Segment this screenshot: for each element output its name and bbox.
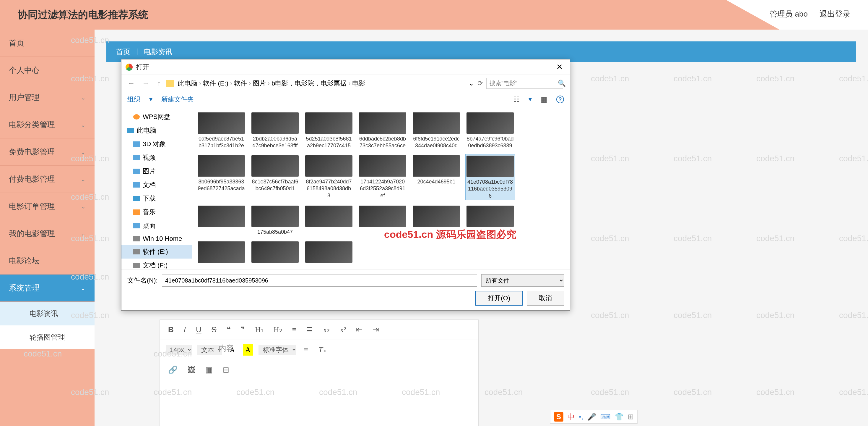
- editor-textarea[interactable]: [160, 380, 478, 426]
- underline-button[interactable]: U: [193, 324, 204, 336]
- h2-button[interactable]: H₂: [271, 324, 284, 336]
- up-button[interactable]: ↑: [155, 79, 162, 88]
- file-item[interactable]: [304, 204, 354, 236]
- indent-button[interactable]: ⇥: [370, 324, 381, 336]
- tree-drive-e[interactable]: 软件 (E:): [121, 245, 192, 259]
- file-item[interactable]: 8b74a7e9fc96f0bad0edbd63893c6339: [465, 111, 515, 150]
- sidebar-item-home[interactable]: 首页: [0, 30, 95, 57]
- file-item[interactable]: [304, 240, 354, 264]
- cancel-button[interactable]: 取消: [527, 291, 564, 306]
- sidebar-item-category[interactable]: 电影分类管理⌄: [0, 111, 95, 138]
- video-button[interactable]: ▦: [203, 364, 215, 376]
- italic-button[interactable]: I: [181, 324, 188, 336]
- bold-button[interactable]: B: [166, 324, 176, 336]
- open-button[interactable]: 打开(O): [475, 291, 523, 306]
- file-item[interactable]: 20c4e4d4695b1: [411, 154, 461, 200]
- link-button[interactable]: 🔗: [166, 364, 180, 376]
- sidebar-item-profile[interactable]: 个人中心: [0, 57, 95, 84]
- file-item[interactable]: [411, 204, 461, 236]
- align-button[interactable]: ≡: [302, 344, 311, 356]
- sidebar-item-orders[interactable]: 电影订单管理⌄: [0, 193, 95, 220]
- tree-downloads[interactable]: 下载: [121, 192, 192, 205]
- search-icon[interactable]: 🔍: [558, 80, 566, 87]
- forward-button[interactable]: →: [140, 79, 152, 88]
- sidebar-sub-news[interactable]: 电影资讯: [0, 302, 95, 325]
- newfolder-button[interactable]: 新建文件夹: [161, 95, 194, 104]
- ime-mic-icon[interactable]: 🎤: [587, 413, 596, 421]
- tab-home[interactable]: 首页: [116, 45, 130, 58]
- organize-button[interactable]: 组织: [127, 95, 140, 104]
- logout-link[interactable]: 退出登录: [819, 9, 850, 19]
- help-icon[interactable]: ?: [556, 95, 564, 103]
- quote2-button[interactable]: ❞: [239, 324, 247, 336]
- file-item[interactable]: 8f2ae9477b240dd76158498a08d38db8: [304, 154, 354, 200]
- ime-skin-icon[interactable]: 👕: [615, 413, 624, 421]
- ime-toolbar[interactable]: S 中 •, 🎤 ⌨ 👕 ⊞: [550, 410, 638, 424]
- bgcolor-button[interactable]: A: [243, 344, 253, 356]
- tree-wps[interactable]: WPS网盘: [121, 110, 192, 124]
- ime-keyboard-icon[interactable]: ⌨: [600, 413, 611, 421]
- file-item[interactable]: 8b0696bf95a383639ed68727425acada: [196, 154, 246, 200]
- fonttype-select[interactable]: 文本: [197, 345, 222, 355]
- fontsize-select[interactable]: 14px: [166, 345, 192, 355]
- fontfamily-select[interactable]: 标准字体: [258, 345, 296, 355]
- ime-lang[interactable]: 中: [567, 412, 575, 422]
- file-item[interactable]: 175ab85a0b47: [250, 204, 300, 236]
- sidebar-item-users[interactable]: 用户管理⌄: [0, 84, 95, 111]
- file-item[interactable]: 5d251a0d3b8f5681a2b9ec17707c415: [304, 111, 354, 150]
- file-item[interactable]: 0af5ed9aec87be51b317b1bf3c3d1b2e: [196, 111, 246, 150]
- sidebar-item-forum[interactable]: 电影论坛: [0, 247, 95, 275]
- table-button[interactable]: ⊟: [220, 364, 231, 376]
- filename-input[interactable]: [162, 275, 477, 287]
- tree-drive-f[interactable]: 文档 (F:): [121, 259, 192, 269]
- file-item[interactable]: 2bdb2a00ba96d5ad7c9bebce3e163fff: [250, 111, 300, 150]
- sup-button[interactable]: x²: [337, 324, 348, 336]
- refresh-icon[interactable]: ⟳: [477, 80, 483, 87]
- ul-button[interactable]: ≣: [304, 324, 315, 336]
- file-item[interactable]: [250, 240, 300, 264]
- path-dropdown-icon[interactable]: ⌄: [469, 80, 474, 87]
- close-icon[interactable]: ✕: [553, 62, 566, 72]
- image-button[interactable]: 🖼: [185, 364, 198, 376]
- outdent-button[interactable]: ⇤: [354, 324, 365, 336]
- search-input[interactable]: [486, 78, 563, 89]
- file-item[interactable]: 6ddbadc8c2beb8db73c3c7ebb55ac6ce: [358, 111, 407, 150]
- back-button[interactable]: ←: [126, 79, 137, 88]
- file-item-selected[interactable]: 41e0708a1bc0df78116baed035953096: [465, 154, 515, 200]
- file-item[interactable]: [196, 204, 246, 236]
- file-item[interactable]: 8c1e37c56cf7baaf6bc649c7fb050d1: [250, 154, 300, 200]
- file-item[interactable]: [196, 240, 246, 264]
- tree-win10[interactable]: Win 10 Home: [121, 232, 192, 245]
- quote-button[interactable]: ❝: [224, 324, 233, 336]
- tab-current[interactable]: 电影资讯: [144, 45, 172, 58]
- tree-music[interactable]: 音乐: [121, 205, 192, 219]
- strike-button[interactable]: S: [209, 324, 219, 336]
- filetype-select[interactable]: 所有文件: [481, 274, 564, 287]
- tree-pictures[interactable]: 图片: [121, 165, 192, 178]
- ol-button[interactable]: ≡: [290, 324, 299, 336]
- path-bar[interactable]: 此电脑› 软件 (E:)› 软件› 图片› b电影，电影院，电影票据› 电影: [178, 79, 465, 88]
- file-item[interactable]: 17b41224b9a70206d3f2552a39c8d91ef: [358, 154, 407, 200]
- sidebar-item-mymovies[interactable]: 我的电影管理⌄: [0, 220, 95, 247]
- tree-3d[interactable]: 3D 对象: [121, 137, 192, 151]
- admin-label[interactable]: 管理员 abo: [770, 9, 808, 19]
- preview-icon[interactable]: ▦: [541, 95, 548, 104]
- sub-button[interactable]: x₂: [320, 324, 332, 336]
- file-item[interactable]: [358, 204, 407, 236]
- file-grid: 0af5ed9aec87be51b317b1bf3c3d1b2e 2bdb2a0…: [192, 107, 570, 269]
- sidebar-item-system[interactable]: 系统管理⌄: [0, 275, 95, 302]
- sidebar-item-free[interactable]: 免费电影管理⌄: [0, 138, 95, 166]
- tree-desktop[interactable]: 桌面: [121, 219, 192, 232]
- view-icon[interactable]: ☷: [513, 95, 520, 104]
- tree-video[interactable]: 视频: [121, 151, 192, 165]
- tree-pc[interactable]: 此电脑: [121, 124, 192, 137]
- file-item[interactable]: [465, 204, 515, 236]
- ime-punct-icon[interactable]: •,: [579, 413, 583, 421]
- ime-menu-icon[interactable]: ⊞: [628, 413, 634, 421]
- sidebar-sub-carousel[interactable]: 轮播图管理: [0, 325, 95, 349]
- sidebar-item-paid[interactable]: 付费电影管理⌄: [0, 166, 95, 193]
- h1-button[interactable]: H₁: [253, 324, 266, 336]
- tree-docs[interactable]: 文档: [121, 178, 192, 192]
- file-item[interactable]: 6f6fd5c191dce2edc344dae0f908c40d: [411, 111, 461, 150]
- clear-button[interactable]: Tₓ: [316, 344, 329, 356]
